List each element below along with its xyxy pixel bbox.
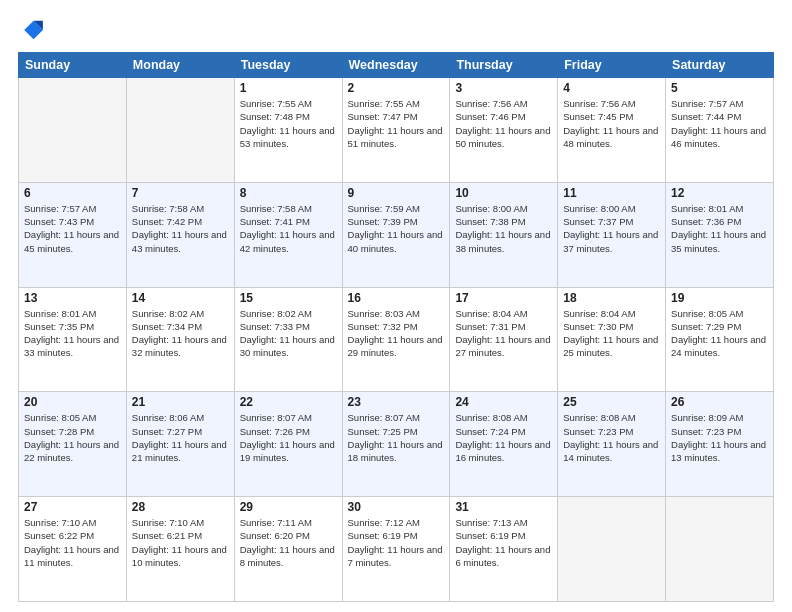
calendar-cell: 30Sunrise: 7:12 AM Sunset: 6:19 PM Dayli… — [342, 497, 450, 602]
day-number: 3 — [455, 81, 552, 95]
calendar-table: Sunday Monday Tuesday Wednesday Thursday… — [18, 52, 774, 602]
day-number: 25 — [563, 395, 660, 409]
day-info: Sunrise: 7:55 AM Sunset: 7:47 PM Dayligh… — [348, 97, 445, 150]
calendar-cell: 4Sunrise: 7:56 AM Sunset: 7:45 PM Daylig… — [558, 78, 666, 183]
day-info: Sunrise: 8:02 AM Sunset: 7:33 PM Dayligh… — [240, 307, 337, 360]
day-number: 27 — [24, 500, 121, 514]
col-saturday: Saturday — [666, 53, 774, 78]
day-number: 30 — [348, 500, 445, 514]
day-number: 7 — [132, 186, 229, 200]
day-number: 16 — [348, 291, 445, 305]
day-info: Sunrise: 7:56 AM Sunset: 7:45 PM Dayligh… — [563, 97, 660, 150]
day-info: Sunrise: 8:03 AM Sunset: 7:32 PM Dayligh… — [348, 307, 445, 360]
calendar-cell: 13Sunrise: 8:01 AM Sunset: 7:35 PM Dayli… — [19, 287, 127, 392]
day-info: Sunrise: 7:12 AM Sunset: 6:19 PM Dayligh… — [348, 516, 445, 569]
calendar-cell: 18Sunrise: 8:04 AM Sunset: 7:30 PM Dayli… — [558, 287, 666, 392]
calendar-cell: 28Sunrise: 7:10 AM Sunset: 6:21 PM Dayli… — [126, 497, 234, 602]
day-info: Sunrise: 8:04 AM Sunset: 7:31 PM Dayligh… — [455, 307, 552, 360]
day-info: Sunrise: 7:10 AM Sunset: 6:21 PM Dayligh… — [132, 516, 229, 569]
day-info: Sunrise: 8:02 AM Sunset: 7:34 PM Dayligh… — [132, 307, 229, 360]
calendar-cell: 31Sunrise: 7:13 AM Sunset: 6:19 PM Dayli… — [450, 497, 558, 602]
calendar-cell: 27Sunrise: 7:10 AM Sunset: 6:22 PM Dayli… — [19, 497, 127, 602]
calendar-cell — [558, 497, 666, 602]
calendar-cell: 29Sunrise: 7:11 AM Sunset: 6:20 PM Dayli… — [234, 497, 342, 602]
calendar-cell: 6Sunrise: 7:57 AM Sunset: 7:43 PM Daylig… — [19, 182, 127, 287]
day-number: 8 — [240, 186, 337, 200]
calendar-cell: 7Sunrise: 7:58 AM Sunset: 7:42 PM Daylig… — [126, 182, 234, 287]
calendar-header-row: Sunday Monday Tuesday Wednesday Thursday… — [19, 53, 774, 78]
col-monday: Monday — [126, 53, 234, 78]
day-number: 26 — [671, 395, 768, 409]
day-info: Sunrise: 7:58 AM Sunset: 7:42 PM Dayligh… — [132, 202, 229, 255]
col-wednesday: Wednesday — [342, 53, 450, 78]
col-sunday: Sunday — [19, 53, 127, 78]
calendar-cell: 17Sunrise: 8:04 AM Sunset: 7:31 PM Dayli… — [450, 287, 558, 392]
day-info: Sunrise: 7:56 AM Sunset: 7:46 PM Dayligh… — [455, 97, 552, 150]
day-number: 11 — [563, 186, 660, 200]
day-number: 2 — [348, 81, 445, 95]
calendar-cell: 23Sunrise: 8:07 AM Sunset: 7:25 PM Dayli… — [342, 392, 450, 497]
calendar-cell — [126, 78, 234, 183]
logo-icon — [18, 16, 46, 44]
col-thursday: Thursday — [450, 53, 558, 78]
calendar-week-4: 20Sunrise: 8:05 AM Sunset: 7:28 PM Dayli… — [19, 392, 774, 497]
calendar-cell: 19Sunrise: 8:05 AM Sunset: 7:29 PM Dayli… — [666, 287, 774, 392]
calendar-cell: 21Sunrise: 8:06 AM Sunset: 7:27 PM Dayli… — [126, 392, 234, 497]
calendar-cell — [666, 497, 774, 602]
day-number: 5 — [671, 81, 768, 95]
calendar-cell: 15Sunrise: 8:02 AM Sunset: 7:33 PM Dayli… — [234, 287, 342, 392]
calendar-cell: 3Sunrise: 7:56 AM Sunset: 7:46 PM Daylig… — [450, 78, 558, 183]
day-info: Sunrise: 7:57 AM Sunset: 7:43 PM Dayligh… — [24, 202, 121, 255]
calendar-week-3: 13Sunrise: 8:01 AM Sunset: 7:35 PM Dayli… — [19, 287, 774, 392]
day-info: Sunrise: 8:06 AM Sunset: 7:27 PM Dayligh… — [132, 411, 229, 464]
day-info: Sunrise: 7:57 AM Sunset: 7:44 PM Dayligh… — [671, 97, 768, 150]
day-number: 29 — [240, 500, 337, 514]
day-info: Sunrise: 8:07 AM Sunset: 7:25 PM Dayligh… — [348, 411, 445, 464]
calendar-cell: 24Sunrise: 8:08 AM Sunset: 7:24 PM Dayli… — [450, 392, 558, 497]
day-info: Sunrise: 8:01 AM Sunset: 7:36 PM Dayligh… — [671, 202, 768, 255]
day-info: Sunrise: 7:55 AM Sunset: 7:48 PM Dayligh… — [240, 97, 337, 150]
calendar-cell: 10Sunrise: 8:00 AM Sunset: 7:38 PM Dayli… — [450, 182, 558, 287]
day-number: 1 — [240, 81, 337, 95]
day-number: 20 — [24, 395, 121, 409]
calendar-week-2: 6Sunrise: 7:57 AM Sunset: 7:43 PM Daylig… — [19, 182, 774, 287]
day-info: Sunrise: 7:58 AM Sunset: 7:41 PM Dayligh… — [240, 202, 337, 255]
calendar-cell: 8Sunrise: 7:58 AM Sunset: 7:41 PM Daylig… — [234, 182, 342, 287]
calendar-cell: 25Sunrise: 8:08 AM Sunset: 7:23 PM Dayli… — [558, 392, 666, 497]
calendar-week-1: 1Sunrise: 7:55 AM Sunset: 7:48 PM Daylig… — [19, 78, 774, 183]
calendar-cell: 22Sunrise: 8:07 AM Sunset: 7:26 PM Dayli… — [234, 392, 342, 497]
day-info: Sunrise: 7:11 AM Sunset: 6:20 PM Dayligh… — [240, 516, 337, 569]
day-info: Sunrise: 8:09 AM Sunset: 7:23 PM Dayligh… — [671, 411, 768, 464]
calendar-cell: 16Sunrise: 8:03 AM Sunset: 7:32 PM Dayli… — [342, 287, 450, 392]
day-number: 21 — [132, 395, 229, 409]
day-number: 12 — [671, 186, 768, 200]
day-info: Sunrise: 8:08 AM Sunset: 7:24 PM Dayligh… — [455, 411, 552, 464]
day-number: 10 — [455, 186, 552, 200]
day-number: 15 — [240, 291, 337, 305]
logo — [18, 16, 50, 44]
calendar-cell: 9Sunrise: 7:59 AM Sunset: 7:39 PM Daylig… — [342, 182, 450, 287]
day-number: 9 — [348, 186, 445, 200]
day-info: Sunrise: 8:08 AM Sunset: 7:23 PM Dayligh… — [563, 411, 660, 464]
calendar-cell: 5Sunrise: 7:57 AM Sunset: 7:44 PM Daylig… — [666, 78, 774, 183]
day-info: Sunrise: 8:00 AM Sunset: 7:38 PM Dayligh… — [455, 202, 552, 255]
day-number: 31 — [455, 500, 552, 514]
day-info: Sunrise: 8:07 AM Sunset: 7:26 PM Dayligh… — [240, 411, 337, 464]
day-info: Sunrise: 8:01 AM Sunset: 7:35 PM Dayligh… — [24, 307, 121, 360]
day-number: 28 — [132, 500, 229, 514]
day-info: Sunrise: 8:05 AM Sunset: 7:28 PM Dayligh… — [24, 411, 121, 464]
calendar-cell: 2Sunrise: 7:55 AM Sunset: 7:47 PM Daylig… — [342, 78, 450, 183]
day-info: Sunrise: 7:10 AM Sunset: 6:22 PM Dayligh… — [24, 516, 121, 569]
day-number: 17 — [455, 291, 552, 305]
day-info: Sunrise: 8:00 AM Sunset: 7:37 PM Dayligh… — [563, 202, 660, 255]
col-tuesday: Tuesday — [234, 53, 342, 78]
day-number: 13 — [24, 291, 121, 305]
calendar-cell: 14Sunrise: 8:02 AM Sunset: 7:34 PM Dayli… — [126, 287, 234, 392]
calendar-cell: 12Sunrise: 8:01 AM Sunset: 7:36 PM Dayli… — [666, 182, 774, 287]
day-info: Sunrise: 8:05 AM Sunset: 7:29 PM Dayligh… — [671, 307, 768, 360]
day-number: 24 — [455, 395, 552, 409]
day-info: Sunrise: 8:04 AM Sunset: 7:30 PM Dayligh… — [563, 307, 660, 360]
calendar-cell — [19, 78, 127, 183]
col-friday: Friday — [558, 53, 666, 78]
day-info: Sunrise: 7:59 AM Sunset: 7:39 PM Dayligh… — [348, 202, 445, 255]
